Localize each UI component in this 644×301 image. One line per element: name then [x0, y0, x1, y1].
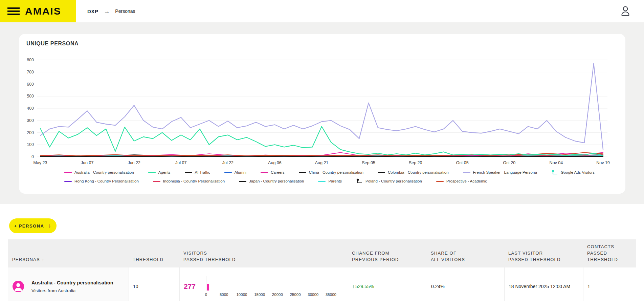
chart-legend-row-1: Australia - Country personalisationAgent… [64, 170, 595, 175]
legend-line-icon [153, 181, 160, 182]
legend-item-parents[interactable]: Parents [318, 179, 342, 183]
x-axis-tick-label: Sep 05 [362, 160, 375, 165]
card-title: UNIQUE PERSONA [26, 41, 79, 47]
last-visitor-cell: 18 November 2025 12:00 AM [504, 267, 583, 301]
download-arrow-icon: ↓ [48, 222, 52, 229]
top-bar: AMAIS DXP → Personas [0, 0, 644, 22]
legend-label: French Speaker - Language Persona [473, 170, 537, 174]
x-axis-tick-label: Jun 22 [128, 160, 140, 165]
column-header-personas[interactable]: PERSONAS↑ [8, 250, 129, 267]
legend-line-icon [299, 172, 306, 173]
legend-item-google_ads[interactable]: Google Ads Visitors [551, 170, 595, 175]
legend-item-ai_traffic[interactable]: AI Traffic [185, 170, 210, 174]
persona-cell[interactable]: Australia - Country personalisation Visi… [8, 267, 129, 301]
y-axis-tick-label: 500 [27, 94, 34, 99]
unique-persona-card: UNIQUE PERSONA 0100200300400500600700800… [19, 34, 625, 194]
legend-label: Google Ads Visitors [561, 170, 595, 174]
table-row[interactable]: Australia - Country personalisation Visi… [8, 267, 636, 301]
legend-label: Poland - Country personalisation [365, 179, 422, 183]
column-header-change[interactable]: CHANGE FROM PREVIOUS PERIOD [348, 250, 427, 267]
sort-ascending-icon[interactable]: ↑ [42, 257, 45, 262]
mini-chart-bar [207, 284, 209, 291]
mini-axis-tick: 30000 [308, 293, 318, 297]
legend-item-colombia[interactable]: Colombia - Country personalisation [378, 170, 449, 174]
legend-label: Indonesia - Country Personalisation [163, 179, 225, 183]
user-profile-icon[interactable] [620, 5, 631, 18]
legend-line-icon [261, 172, 268, 173]
legend-label: Australia - Country personalisation [74, 170, 134, 174]
app-logo[interactable]: AMAIS [25, 5, 61, 17]
x-axis-tick-label: Nov 19 [596, 160, 610, 165]
column-header-contacts[interactable]: CONTACTS PASSED THRESHOLD [583, 244, 636, 267]
legend-item-japan[interactable]: Japan - Country personalisation [239, 179, 304, 183]
legend-item-french[interactable]: French Speaker - Language Persona [463, 170, 537, 174]
legend-line-icon [463, 172, 470, 173]
legend-item-australia[interactable]: Australia - Country personalisation [64, 170, 134, 174]
legend-line-icon [64, 172, 72, 173]
legend-dot-step-icon [356, 178, 363, 184]
change-cell: ↑ 529.55% [348, 267, 427, 301]
legend-line-icon [148, 172, 156, 173]
visitors-passed-value: 277 [184, 282, 196, 291]
legend-item-poland[interactable]: Poland - Country personalisation [356, 178, 422, 184]
x-axis-tick-label: Oct 20 [503, 160, 515, 165]
y-axis-tick-label: 0 [31, 154, 34, 159]
legend-label: Agents [158, 170, 171, 174]
legend-line-icon [436, 181, 444, 182]
mini-axis-tick: 10000 [236, 293, 247, 297]
mini-axis-tick: 15000 [254, 293, 265, 297]
legend-item-careers[interactable]: Careers [261, 170, 285, 174]
mini-axis-tick: 0 [205, 293, 207, 297]
legend-label: Japan - Country personalisation [249, 179, 304, 183]
x-axis-tick-label: Jun 07 [81, 160, 94, 165]
legend-item-prospective[interactable]: Prospective - Academic [436, 179, 487, 183]
table-header-row: PERSONAS↑ THRESHOLD VISITORS PASSED THRE… [8, 239, 636, 267]
mini-axis-tick: 5000 [220, 293, 228, 297]
legend-label: Parents [328, 179, 342, 183]
persona-text-block: Australia - Country personalisation Visi… [31, 280, 113, 293]
column-header-last-visitor[interactable]: LAST VISITOR PASSED THRESHOLD [504, 250, 583, 267]
chart-series-agents [40, 127, 603, 156]
legend-label: Hong Kong - Country Personalisation [74, 179, 139, 183]
legend-item-agents[interactable]: Agents [148, 170, 171, 174]
threshold-cell: 10 [129, 267, 179, 301]
legend-line-icon [185, 172, 192, 173]
y-axis-tick-label: 700 [27, 70, 34, 74]
breadcrumb: DXP → Personas [87, 0, 135, 22]
legend-label: Alumni [235, 170, 246, 174]
legend-line-icon [64, 181, 72, 182]
legend-item-indonesia[interactable]: Indonesia - Country Personalisation [153, 179, 225, 183]
column-header-share[interactable]: SHARE OF ALL VISITORS [427, 250, 504, 267]
mini-axis-tick: 20000 [272, 293, 283, 297]
persona-subtitle: Visitors from Australia [31, 288, 113, 293]
y-axis-tick-label: 300 [27, 118, 34, 123]
mini-axis-tick: 35000 [326, 293, 336, 297]
breadcrumb-root[interactable]: DXP [87, 8, 98, 14]
y-axis-tick-label: 800 [27, 58, 34, 62]
hamburger-menu-icon[interactable] [7, 7, 20, 15]
legend-item-hong_kong[interactable]: Hong Kong - Country Personalisation [64, 179, 139, 183]
x-axis-tick-label: Sep 20 [409, 160, 422, 165]
legend-label: Careers [271, 170, 285, 174]
legend-item-china[interactable]: China - Country personalisation [299, 170, 363, 174]
share-cell: 0.24% [427, 267, 504, 301]
legend-line-icon [239, 181, 246, 182]
y-axis-tick-label: 600 [27, 82, 34, 87]
chart-section-background: UNIQUE PERSONA 0100200300400500600700800… [0, 22, 644, 204]
x-axis-tick-label: Aug 21 [315, 160, 329, 165]
x-axis-tick-label: Nov 04 [550, 160, 563, 165]
y-axis-tick-label: 100 [27, 142, 34, 147]
breadcrumb-current[interactable]: Personas [115, 8, 135, 14]
x-axis-tick-label: Oct 05 [456, 160, 469, 165]
column-header-personas-label: PERSONAS [12, 257, 40, 262]
column-header-visitors-passed[interactable]: VISITORS PASSED THRESHOLD [179, 250, 348, 267]
chart-legend-row-2: Hong Kong - Country PersonalisationIndon… [64, 178, 487, 184]
legend-line-icon [224, 172, 232, 173]
legend-label: Prospective - Academic [446, 179, 487, 183]
logo-block: AMAIS [0, 0, 76, 22]
breadcrumb-arrow-icon: → [104, 8, 110, 15]
add-persona-button[interactable]: + PERSONA ↓ [9, 218, 57, 233]
column-header-threshold[interactable]: THRESHOLD [129, 257, 179, 267]
unique-persona-line-chart: 0100200300400500600700800May 23Jun 07Jun… [26, 56, 611, 169]
legend-item-alumni[interactable]: Alumni [224, 170, 246, 174]
